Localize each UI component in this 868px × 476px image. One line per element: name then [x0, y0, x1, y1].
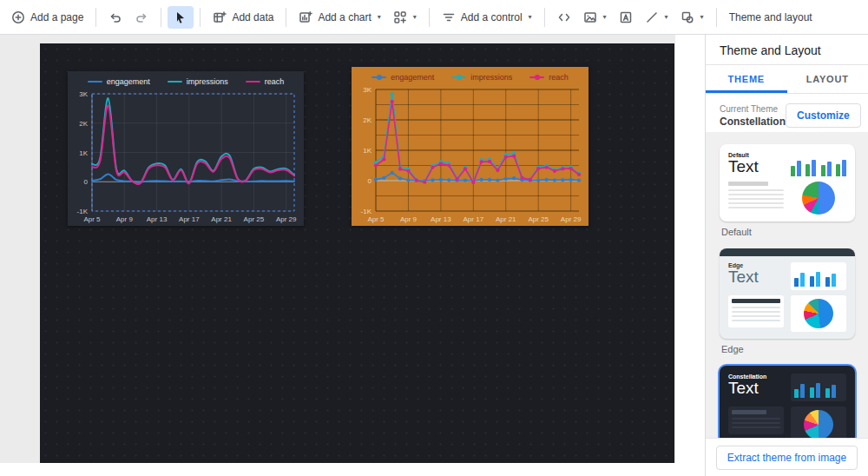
panel-tabs: THEME LAYOUT	[706, 65, 868, 94]
svg-text:Apr 9: Apr 9	[116, 215, 134, 223]
legend-item: engagement	[372, 73, 434, 82]
svg-text:-1K: -1K	[361, 208, 372, 215]
theme-card-edge[interactable]: Edge Text	[720, 248, 855, 339]
insert-image-button[interactable]: ▾	[577, 6, 613, 29]
redo-button[interactable]	[128, 6, 155, 29]
tab-theme[interactable]: THEME	[706, 65, 787, 93]
svg-text:Apr 21: Apr 21	[496, 215, 516, 223]
time-series-chart-orange[interactable]: engagementimpressionsreach 3K2K1K0-1KApr…	[352, 67, 589, 226]
extract-theme-button[interactable]: Extract theme from image	[716, 446, 858, 470]
theme-text-sample: Text	[728, 158, 784, 175]
chevron-down-icon: ▾	[529, 13, 532, 21]
text-box-button[interactable]	[613, 6, 639, 29]
add-data-icon	[213, 10, 227, 24]
filter-icon	[442, 10, 456, 24]
toolbar-divider	[429, 8, 430, 27]
insert-shape-button[interactable]: ▾	[674, 6, 710, 29]
chart-legend: engagementimpressionsreach	[68, 71, 304, 87]
theme-preview-pie-icon	[802, 182, 835, 215]
add-page-label: Add a page	[30, 11, 83, 23]
theme-layout-button[interactable]: Theme and layout	[723, 7, 819, 28]
theme-layout-label: Theme and layout	[729, 11, 812, 23]
insert-line-button[interactable]: ▾	[639, 6, 674, 29]
legend-item: impressions	[168, 77, 228, 86]
report-page[interactable]: engagementimpressionsreach 3K2K1K0-1KApr…	[40, 43, 674, 463]
svg-text:Apr 13: Apr 13	[147, 215, 168, 223]
add-control-button[interactable]: Add a control ▾	[436, 6, 538, 29]
theme-preview-pie-icon	[804, 299, 833, 328]
theme-card-default[interactable]: Default Text	[720, 144, 855, 221]
theme-preview-bars-icon	[794, 377, 843, 398]
cursor-icon	[174, 10, 187, 24]
toolbar-divider	[95, 8, 96, 27]
theme-caption-edge: Edge	[721, 344, 854, 354]
add-chart-label: Add a chart	[318, 11, 371, 23]
svg-text:Apr 29: Apr 29	[276, 215, 297, 223]
svg-text:Apr 29: Apr 29	[561, 215, 582, 223]
theme-preview-bars-icon	[794, 266, 843, 287]
svg-text:-1K: -1K	[77, 208, 89, 215]
add-chart-button[interactable]: Add a chart ▾	[293, 6, 386, 29]
shape-icon	[681, 10, 694, 24]
select-tool-button[interactable]	[168, 6, 194, 29]
svg-text:0: 0	[368, 177, 372, 185]
current-theme-label: Current Theme	[720, 104, 786, 114]
toolbar: Add a page Add data	[0, 0, 868, 35]
panel-title: Theme and Layout	[706, 35, 868, 65]
panel-footer: Extract theme from image	[706, 438, 868, 476]
legend-item: impressions	[451, 73, 512, 82]
svg-text:Apr 5: Apr 5	[367, 215, 385, 223]
svg-text:2K: 2K	[79, 120, 88, 128]
embed-url-button[interactable]	[551, 6, 577, 29]
legend-item: reach	[529, 73, 569, 82]
svg-text:Apr 21: Apr 21	[211, 215, 232, 223]
svg-text:Apr 13: Apr 13	[431, 215, 451, 223]
svg-text:0: 0	[84, 178, 89, 186]
theme-text-sample: Text	[728, 268, 784, 286]
add-page-button[interactable]: Add a page	[5, 6, 89, 29]
tab-layout[interactable]: LAYOUT	[787, 65, 868, 93]
chevron-down-icon: ▾	[413, 13, 417, 21]
current-theme-value: Constellation	[720, 116, 786, 128]
image-icon	[583, 10, 597, 24]
theme-preview-text-skeleton	[728, 295, 784, 327]
theme-card-constellation[interactable]: Constellation Text	[720, 366, 855, 438]
chart-legend: engagementimpressionsreach	[352, 67, 589, 83]
text-box-icon	[619, 10, 633, 24]
add-page-icon	[11, 10, 25, 24]
add-data-button[interactable]: Add data	[207, 6, 279, 29]
add-data-label: Add data	[232, 11, 273, 23]
theme-preview-pie-icon	[804, 410, 833, 438]
chevron-down-icon: ▾	[665, 13, 668, 21]
svg-text:3K: 3K	[79, 90, 88, 98]
application-window: Add a page Add data	[0, 0, 868, 476]
legend-item: engagement	[88, 77, 150, 86]
legend-item: reach	[246, 77, 285, 86]
theme-list: Default Text Default	[706, 132, 868, 438]
theme-preview-bars-icon	[791, 152, 846, 176]
svg-text:Apr 17: Apr 17	[179, 215, 200, 223]
svg-text:1K: 1K	[363, 147, 372, 155]
redo-icon	[135, 10, 148, 24]
community-visualizations-button[interactable]: ▾	[387, 6, 423, 29]
svg-text:Apr 25: Apr 25	[528, 215, 549, 223]
customize-button[interactable]: Customize	[786, 103, 861, 128]
add-control-label: Add a control	[461, 11, 523, 23]
canvas-workspace[interactable]: engagementimpressionsreach 3K2K1K0-1KApr…	[0, 35, 705, 476]
svg-text:3K: 3K	[363, 86, 372, 94]
svg-text:Apr 5: Apr 5	[83, 215, 101, 223]
time-series-chart-dark[interactable]: engagementimpressionsreach 3K2K1K0-1KApr…	[68, 71, 304, 226]
chevron-down-icon: ▾	[378, 13, 381, 21]
toolbar-divider	[286, 8, 286, 27]
theme-text-sample: Text	[728, 380, 784, 397]
theme-caption-default: Default	[721, 227, 854, 237]
undo-icon	[108, 10, 122, 24]
svg-text:2K: 2K	[363, 116, 372, 124]
chart-plot-area: 3K2K1K0-1KApr 5Apr 9Apr 13Apr 17Apr 21Ap…	[353, 85, 587, 224]
undo-button[interactable]	[102, 6, 128, 29]
chart-plot-area: 3K2K1K0-1KApr 5Apr 9Apr 13Apr 17Apr 21Ap…	[69, 89, 302, 224]
toolbar-divider	[161, 8, 161, 27]
theme-preview-text-skeleton	[728, 407, 784, 434]
chevron-down-icon: ▾	[700, 13, 704, 21]
theme-panel: Theme and Layout THEME LAYOUT Current Th…	[705, 35, 868, 476]
